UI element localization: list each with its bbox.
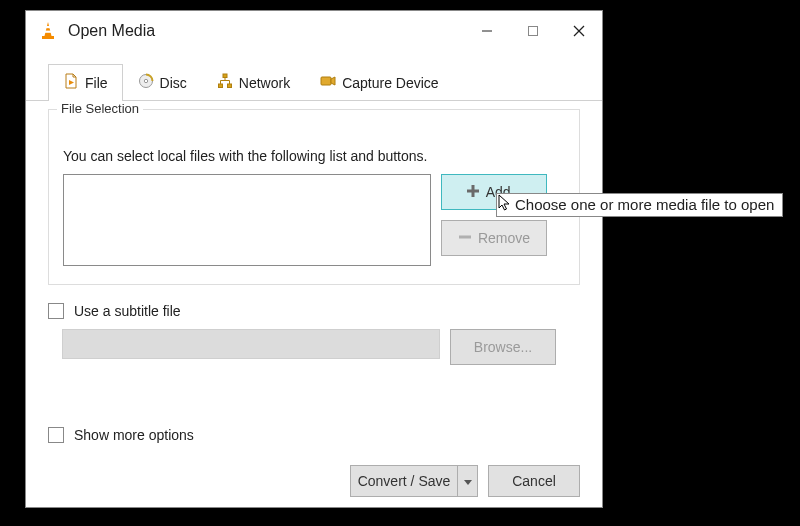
use-subtitle-checkbox[interactable] <box>48 303 64 319</box>
open-media-window: Open Media File Disc <box>25 10 603 508</box>
add-button-tooltip: Choose one or more media file to open <box>496 193 783 217</box>
svg-rect-12 <box>218 84 222 88</box>
svg-rect-18 <box>459 235 471 238</box>
disc-icon <box>138 73 154 92</box>
svg-rect-2 <box>45 31 51 33</box>
vlc-cone-icon <box>38 21 58 41</box>
convert-save-dropdown[interactable] <box>458 465 478 497</box>
show-more-options-label: Show more options <box>74 427 194 443</box>
file-selection-legend: File Selection <box>57 101 143 116</box>
tab-file-label: File <box>85 75 108 91</box>
plus-icon <box>466 184 480 201</box>
tab-bar: File Disc Network Capture Device <box>26 51 602 101</box>
chevron-down-icon <box>464 472 472 490</box>
minus-icon <box>458 230 472 247</box>
network-icon <box>217 73 233 92</box>
file-icon <box>63 73 79 92</box>
window-controls <box>464 11 602 51</box>
tab-network[interactable]: Network <box>202 64 305 101</box>
tab-network-label: Network <box>239 75 290 91</box>
use-subtitle-label: Use a subtitle file <box>74 303 181 319</box>
show-more-options-checkbox[interactable] <box>48 427 64 443</box>
tab-file[interactable]: File <box>48 64 123 101</box>
subtitle-path-input[interactable] <box>62 329 440 359</box>
svg-rect-5 <box>529 27 538 36</box>
svg-marker-19 <box>464 480 472 485</box>
window-title: Open Media <box>68 22 155 40</box>
file-list[interactable] <box>63 174 431 266</box>
titlebar[interactable]: Open Media <box>26 11 602 51</box>
svg-rect-1 <box>46 26 51 28</box>
svg-marker-0 <box>45 22 52 36</box>
svg-rect-11 <box>223 74 227 78</box>
svg-point-10 <box>144 79 147 82</box>
svg-rect-14 <box>321 77 331 85</box>
subtitle-row: Use a subtitle file <box>48 303 580 319</box>
tab-disc-label: Disc <box>160 75 187 91</box>
maximize-button[interactable] <box>510 11 556 51</box>
convert-save-button[interactable]: Convert / Save <box>350 465 458 497</box>
capture-device-icon <box>320 73 336 92</box>
svg-rect-17 <box>467 189 479 192</box>
convert-save-split-button: Convert / Save <box>350 465 478 497</box>
convert-save-label: Convert / Save <box>358 473 451 489</box>
remove-file-label: Remove <box>478 230 530 246</box>
browse-subtitle-button[interactable]: Browse... <box>450 329 556 365</box>
mouse-cursor-icon <box>498 194 514 214</box>
tab-disc[interactable]: Disc <box>123 64 202 101</box>
more-options-row: Show more options <box>26 419 602 455</box>
svg-rect-3 <box>42 36 54 39</box>
browse-subtitle-label: Browse... <box>474 339 532 355</box>
remove-file-button[interactable]: Remove <box>441 220 547 256</box>
minimize-button[interactable] <box>464 11 510 51</box>
file-selection-hint: You can select local files with the foll… <box>63 148 565 164</box>
svg-rect-13 <box>227 84 231 88</box>
dialog-button-row: Convert / Save Cancel <box>26 455 602 507</box>
cancel-label: Cancel <box>512 473 556 489</box>
tab-capture[interactable]: Capture Device <box>305 64 454 101</box>
cancel-button[interactable]: Cancel <box>488 465 580 497</box>
svg-marker-15 <box>331 77 335 85</box>
close-button[interactable] <box>556 11 602 51</box>
tab-capture-label: Capture Device <box>342 75 439 91</box>
